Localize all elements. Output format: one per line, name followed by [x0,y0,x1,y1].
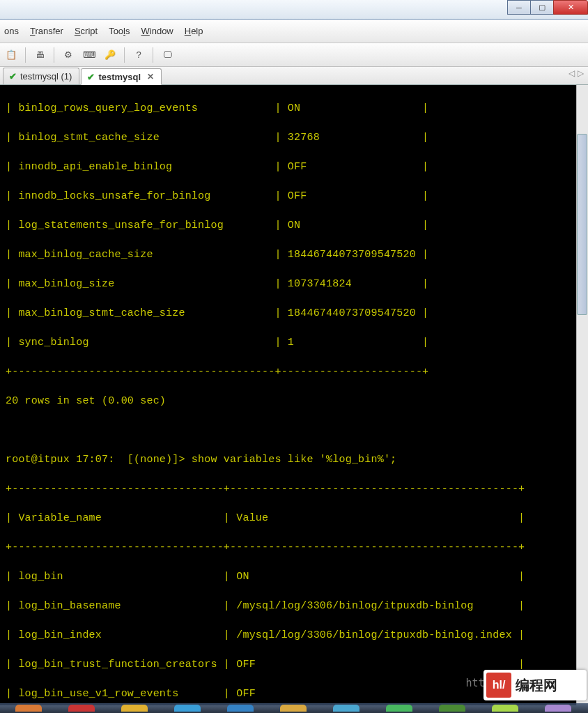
check-icon: ✔ [87,72,95,82]
taskbar-item[interactable] [174,705,201,712]
terminal-line: | innodb_locks_unsafe_for_binlog | OFF | [6,190,428,202]
taskbar-item[interactable] [121,705,148,712]
terminal-line: +---------------------------------------… [6,366,428,378]
print-icon[interactable]: 🖶 [31,47,48,63]
logo-mark: hl/ [486,673,511,698]
help-icon[interactable]: ? [130,47,147,63]
monitor-icon[interactable]: 🖵 [159,47,176,63]
terminal-output[interactable]: | binlog_rows_query_log_events | ON | | … [0,85,588,705]
menu-item-window[interactable]: Window [141,26,173,36]
terminal-line: | log_bin_use_v1_row_events | OFF | [6,688,525,700]
toolbar-separator [25,47,26,63]
terminal-line: | binlog_stmt_cache_size | 32768 | [6,132,428,144]
terminal-line: | binlog_rows_query_log_events | ON | [6,102,428,114]
terminal-line: +---------------------------------+-----… [6,542,525,553]
menu-bar: ons Transfer Script Tools Window Help [0,20,588,43]
terminal-line: | max_binlog_stmt_cache_size | 184467440… [6,307,428,319]
tab-prev-icon[interactable]: ◁ [568,68,575,78]
taskbar[interactable] [0,703,588,713]
terminal-line: | log_bin_basename | /mysql/log/3306/bin… [6,600,525,612]
tab-label: testmysql (1) [20,71,72,82]
tab-nav-arrows: ◁ ▷ [568,68,584,78]
taskbar-item[interactable] [68,705,95,712]
terminal-line: | max_binlog_cache_size | 18446744073709… [6,249,428,261]
menu-item-tools[interactable]: Tools [109,26,130,36]
toolbar-separator [124,47,125,63]
terminal-line: | log_statements_unsafe_for_binlog | ON … [6,220,428,231]
terminal-line: | max_binlog_size | 1073741824 | [6,278,428,290]
paste-icon[interactable]: 📋 [3,47,20,63]
check-icon: ✔ [9,71,17,82]
terminal-line: 20 rows in set (0.00 sec) [6,395,166,407]
menu-item-script[interactable]: Script [75,26,98,36]
tab-testmysql-active[interactable]: ✔ testmysql ✕ [81,68,162,85]
menu-item-help[interactable]: Help [185,26,203,36]
toolbar-separator [153,47,153,63]
menu-item-ons[interactable]: ons [4,26,19,36]
window-controls: ─ ▢ ✕ [508,0,588,15]
tab-next-icon[interactable]: ▷ [578,68,584,78]
key-icon[interactable]: 🔑 [102,47,118,63]
tab-testmysql-1[interactable]: ✔ testmysql (1) [3,68,79,84]
terminal-line: | Variable_name | Value | [6,512,525,524]
site-logo-badge: hl/ 编程网 [483,670,587,700]
toolbar: 📋 🖶 ⚙ ⌨ 🔑 ? 🖵 [0,43,588,67]
window-titlebar: ─ ▢ ✕ [0,0,588,20]
terminal-line: | log_bin | ON | [6,571,525,583]
tab-label: testmysql [98,72,141,82]
terminal-line: | log_bin_trust_function_creators | OFF … [6,659,525,670]
terminal-line: | innodb_api_enable_binlog | OFF | [6,161,428,173]
close-button[interactable]: ✕ [553,0,588,15]
close-icon[interactable]: ✕ [147,72,154,82]
terminal-line: +---------------------------------+-----… [6,483,525,495]
taskbar-item[interactable] [439,705,465,712]
toolbar-separator [54,47,54,63]
maximize-button[interactable]: ▢ [530,0,554,15]
taskbar-item[interactable] [227,705,254,712]
taskbar-item[interactable] [545,705,571,712]
minimize-button[interactable]: ─ [507,0,531,15]
logo-text: 编程网 [516,676,557,695]
terminal-line: root@itpux 17:07: [(none)]> show variabl… [6,454,396,466]
taskbar-item[interactable] [15,705,42,712]
keyboard-icon[interactable]: ⌨ [81,47,98,63]
terminal-scrollbar[interactable] [576,85,588,705]
terminal-line: | log_bin_index | /mysql/log/3306/binlog… [6,629,525,641]
menu-item-transfer[interactable]: Transfer [30,26,63,36]
taskbar-item[interactable] [492,705,518,712]
taskbar-item[interactable] [333,705,359,712]
scrollbar-thumb[interactable] [577,134,587,315]
terminal-line: | sync_binlog | 1 | [6,337,428,348]
taskbar-item[interactable] [386,705,412,712]
gear-icon[interactable]: ⚙ [60,47,77,63]
taskbar-item[interactable] [280,705,307,712]
tab-bar: ✔ testmysql (1) ✔ testmysql ✕ ◁ ▷ [0,67,588,85]
